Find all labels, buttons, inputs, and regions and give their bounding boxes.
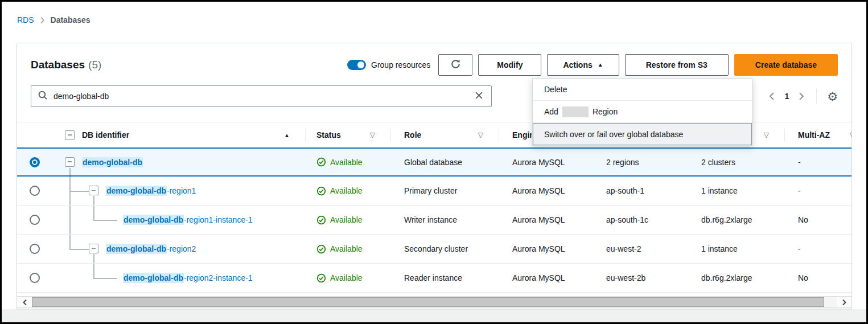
available-check-icon: [316, 215, 326, 225]
cell-role: Reader instance: [390, 273, 499, 282]
horizontal-scrollbar[interactable]: [17, 296, 851, 308]
group-resources-toggle[interactable]: [347, 60, 366, 70]
db-identifier-link[interactable]: demo-global-db: [82, 158, 143, 167]
cell-multi-az: No: [784, 273, 852, 282]
modify-button[interactable]: Modify: [478, 54, 541, 76]
collapse-row-icon[interactable]: [65, 157, 75, 167]
status-text: Available: [330, 273, 363, 282]
resource-count: (5): [88, 59, 101, 71]
collapse-row-icon[interactable]: [89, 186, 98, 195]
breadcrumb: RDS Databases: [17, 15, 90, 24]
cell-engine: Aurora MySQL: [499, 215, 593, 224]
select-cell: [17, 215, 52, 225]
cell-region-az: ap-south-1: [593, 186, 688, 195]
column-multi-az[interactable]: Multi-AZ ▽: [784, 122, 852, 147]
tree-connector: [93, 206, 94, 220]
panel-header: Databases (5) Group resources Modify Act…: [31, 54, 838, 76]
db-identifier-cell: demo-global-db-region1: [52, 177, 305, 205]
db-identifier-link[interactable]: demo-global-db-region1: [106, 186, 196, 195]
breadcrumb-rds-link[interactable]: RDS: [17, 15, 34, 24]
db-identifier-link[interactable]: demo-global-db-region2-instance-1: [123, 273, 253, 282]
row-radio[interactable]: [30, 273, 40, 283]
filter-icon[interactable]: ▽: [478, 131, 483, 139]
cell-engine: Aurora MySQL: [499, 186, 593, 195]
menu-item-switchover-failover[interactable]: Switch over or fail over global database: [533, 123, 752, 145]
next-page-button[interactable]: [797, 91, 806, 102]
restore-from-s3-button[interactable]: Restore from S3: [625, 54, 729, 76]
tree-connector: [93, 264, 94, 278]
cell-region-az: eu-west-2: [593, 244, 688, 253]
status-text: Available: [330, 244, 363, 253]
filter-icon[interactable]: ▽: [370, 131, 375, 139]
refresh-button[interactable]: [438, 54, 472, 76]
scroll-left-button[interactable]: [17, 297, 32, 307]
page-background-strip: [2, 309, 866, 322]
collapse-all-icon[interactable]: [65, 130, 75, 140]
previous-page-button[interactable]: [767, 91, 776, 102]
tree-connector: [93, 220, 117, 221]
redacted-text: [562, 106, 589, 117]
available-check-icon: [316, 244, 326, 254]
breadcrumb-chevron-icon: [40, 17, 45, 24]
filter-icon[interactable]: ▽: [764, 131, 769, 139]
scroll-right-button[interactable]: [837, 297, 851, 307]
db-identifier-link[interactable]: demo-global-db-region2: [106, 244, 196, 253]
search-box[interactable]: [31, 85, 492, 107]
cell-size: 1 instance: [688, 186, 784, 195]
clear-search-button[interactable]: [474, 90, 484, 102]
table-row[interactable]: demo-global-db-region1-instance-1Availab…: [17, 206, 851, 235]
row-radio[interactable]: [30, 244, 40, 254]
search-match-highlight: demo-global-db: [106, 186, 167, 196]
table-row[interactable]: demo-global-db-region2AvailableSecondary…: [17, 235, 851, 264]
cell-role: Writer instance: [390, 215, 499, 224]
table-body: demo-global-dbAvailableGlobal databaseAu…: [17, 147, 851, 293]
column-role[interactable]: Role ▽: [390, 122, 499, 147]
cell-role: Secondary cluster: [390, 244, 499, 253]
menu-item-delete[interactable]: Delete: [533, 79, 752, 101]
tree-connector: [69, 206, 71, 234]
search-match-highlight: demo-global-db: [123, 215, 184, 225]
close-icon: [475, 91, 483, 101]
actions-button[interactable]: Actions ▲: [547, 54, 619, 76]
db-identifier-cell: demo-global-db-region1-instance-1: [52, 206, 305, 234]
column-label: Status: [316, 130, 341, 140]
status-cell: Available: [305, 273, 390, 283]
preferences-gear-icon[interactable]: ⚙: [827, 91, 838, 102]
select-cell: [17, 244, 52, 254]
status-cell: Available: [305, 186, 390, 196]
filter-icon[interactable]: ▽: [850, 131, 852, 139]
scrollbar-thumb[interactable]: [32, 297, 824, 307]
create-database-button[interactable]: Create database: [734, 54, 838, 76]
row-radio[interactable]: [30, 157, 40, 167]
db-identifier-link[interactable]: demo-global-db-region1-instance-1: [123, 215, 253, 224]
search-match-highlight: demo-global-db: [82, 157, 143, 167]
databases-panel: Databases (5) Group resources Modify Act…: [17, 43, 852, 309]
cell-region-az: ap-south-1c: [593, 215, 688, 224]
toolbar: Group resources Modify Actions ▲ Restore…: [347, 54, 838, 76]
sort-ascending-icon[interactable]: ▲: [284, 132, 290, 138]
tree-connector: [93, 196, 94, 205]
page-number[interactable]: 1: [784, 92, 789, 101]
menu-item-add-region[interactable]: Add Region: [533, 101, 752, 123]
row-radio[interactable]: [30, 215, 40, 225]
table-row[interactable]: demo-global-db-region1AvailablePrimary c…: [17, 177, 851, 206]
db-identifier-cell: demo-global-db: [52, 149, 305, 175]
cell-multi-az: -: [784, 186, 852, 195]
cell-size: 2 clusters: [688, 158, 784, 167]
db-identifier-cell: demo-global-db-region2: [52, 235, 305, 263]
cell-engine: Aurora MySQL: [499, 273, 593, 282]
collapse-row-icon[interactable]: [89, 244, 98, 253]
page-title: Databases: [31, 59, 85, 71]
column-label: DB identifier: [82, 130, 129, 140]
tree-connector: [93, 278, 117, 279]
cell-region-az: 2 regions: [593, 158, 688, 167]
table-row[interactable]: demo-global-dbAvailableGlobal databaseAu…: [17, 147, 851, 177]
column-db-identifier[interactable]: DB identifier ▲: [52, 122, 305, 147]
column-status[interactable]: Status ▽: [305, 122, 390, 147]
row-radio[interactable]: [30, 186, 40, 196]
cell-region-az: eu-west-2b: [593, 273, 688, 282]
search-input[interactable]: [54, 92, 468, 101]
table-row[interactable]: demo-global-db-region2-instance-1Availab…: [17, 264, 851, 293]
status-text: Available: [330, 215, 363, 224]
cell-role: Global database: [390, 158, 499, 167]
